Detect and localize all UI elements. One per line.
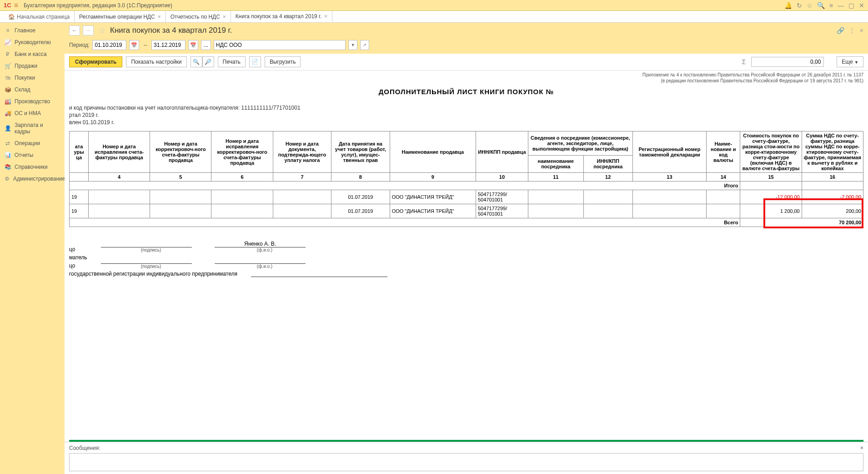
person-icon: 👤 [5,125,11,131]
sum-icon: Σ [742,58,746,66]
cell: 01.07.2019 [331,190,390,204]
form-button[interactable]: Сформировать [69,56,122,67]
period-select-button[interactable]: ... [201,40,211,50]
org-open-icon[interactable]: ↗ [360,40,369,50]
nav-label: Отчеты [15,152,33,158]
link-icon[interactable]: 🔗 [837,27,844,34]
cell: 200,00 [802,204,863,218]
itogo-row: Итого [70,182,863,190]
calendar-from-icon[interactable]: 📅 [129,40,139,50]
cell: -12 000,00 [740,190,802,204]
settings-button[interactable]: Показать настройки [126,56,186,67]
sig-name: Яненко А. В. [215,241,306,247]
date-from-input[interactable] [92,40,126,50]
nav-label: Зарплата и кадры [15,122,60,135]
nav-stock[interactable]: 📦Склад [0,84,65,96]
nav-admin[interactable]: ⚙Администрирование [0,173,65,185]
org-dropdown-icon[interactable]: ▼ [348,40,357,50]
more-button[interactable]: Еще ▼ [837,56,863,67]
col-num: 8 [331,173,390,182]
itogo-c15 [740,182,802,190]
meta-line-2: ртал 2019 г. [69,112,863,118]
col-num: 4 [89,173,150,182]
org-input[interactable] [214,40,346,50]
book-icon: 📚 [5,164,11,170]
col-header: Сумма НДС по счету-фактуре, разница сумм… [802,131,863,173]
sig-sub: (подпись) [101,264,201,269]
col-header: Наиме-нование и код валюты [707,131,740,173]
col-header: ИНН/КПП посредника [583,155,632,172]
nav-production[interactable]: 🏭Производство [0,96,65,107]
regulation-note-2: (в редакции постановления Правительства … [69,78,863,83]
print-button[interactable]: Печать [218,56,246,67]
save-pdf-icon[interactable]: 📄 [249,56,261,67]
tab-close-icon[interactable]: × [223,14,226,20]
forward-button[interactable]: → [83,25,94,35]
history-icon[interactable]: ↻ [797,2,802,9]
total-value: 70 200,00 [740,218,863,227]
nav-label: Администрирование [13,176,65,182]
messages-close-icon[interactable]: × [860,445,863,451]
cell: 1 200,00 [740,204,802,218]
sig-fio: (ф.и.о.) [215,264,315,269]
report-area[interactable]: Приложение № 4 к постановлению Правитель… [65,71,868,440]
minimize-icon[interactable]: — [838,2,844,9]
date-to-input[interactable] [151,40,186,50]
tab-2[interactable]: Отчетность по НДС × [166,11,231,22]
nav-os[interactable]: 🚚ОС и НМА [0,107,65,119]
report-table: ата уры ца Номер и дата исправления счет… [69,131,863,227]
nav-refs[interactable]: 📚Справочники [0,161,65,173]
back-button[interactable]: ← [69,25,80,35]
nav-operations[interactable]: ⇄Операции [0,137,65,149]
nav-sales[interactable]: 🛒Продажи [0,60,65,72]
tab-close-icon[interactable]: × [324,13,327,20]
maximize-icon[interactable]: ▢ [848,2,854,9]
cell: ООО "ДИНАСТИЯ ТРЕЙД" [390,190,476,204]
nav-label: Производство [15,98,50,105]
bell-icon[interactable]: 🔔 [784,2,792,9]
calendar-to-icon[interactable]: 📅 [188,40,198,50]
app-title: Бухгалтерия предприятия, редакция 3.0 (1… [24,2,784,9]
main-menu-icon[interactable]: ≡ [14,1,18,10]
zoom-in-icon[interactable]: 🔍 [191,56,202,67]
export-button[interactable]: Выгрузить [265,56,301,67]
close-window-icon[interactable]: ✕ [859,2,864,9]
cell: -2 000,00 [802,190,863,204]
nav-reports[interactable]: 📊Отчеты [0,149,65,161]
itogo-label: Итого [70,182,740,190]
menu-icon: ≡ [5,27,11,34]
messages-box[interactable] [69,453,863,471]
col-header: Номер и дата документа, подтвержда-ющего… [273,131,331,173]
col-num: 15 [740,173,802,182]
dash: – [144,42,147,48]
factory-icon: 🏭 [5,98,11,105]
nav-label: Склад [15,86,30,93]
tab-close-icon[interactable]: × [158,14,161,20]
favorite-icon[interactable]: ☆ [98,25,105,35]
tabs-bar: 🏠 Начальная страница Регламентные операц… [0,11,868,23]
ops-icon: ⇄ [5,140,11,146]
page-title: Книга покупок за 4 квартал 2019 г. [110,26,232,35]
col-header: Дата принятия на учет товаров (работ, ус… [331,131,390,173]
sum-field[interactable] [751,57,824,67]
search-icon[interactable]: 🔍 [817,2,825,9]
nav-salary[interactable]: 👤Зарплата и кадры [0,119,65,137]
nav-bank[interactable]: ₽Банк и касса [0,48,65,60]
home-tab[interactable]: 🏠 Начальная страница [4,11,75,22]
star-icon[interactable]: ☆ [807,2,813,9]
nav-purchases[interactable]: 🛍Покупки [0,72,65,84]
nav-main[interactable]: ≡Главное [0,25,65,36]
tab-3[interactable]: Книга покупок за 4 квартал 2019 г. × [231,11,333,22]
table-row: 19 01.07.2019 ООО "ДИНАСТИЯ ТРЕЙД" 50471… [70,204,863,218]
close-page-icon[interactable]: × [860,27,863,34]
col-num: 11 [528,173,583,182]
chart-icon: 📈 [5,39,11,45]
nav-label: Руководителю [15,39,51,45]
nav-manager[interactable]: 📈Руководителю [0,36,65,48]
more-icon[interactable]: ⋮ [849,27,855,34]
tab-1[interactable]: Регламентные операции НДС × [75,11,166,22]
zoom-out-icon[interactable]: 🔎 [202,56,214,67]
logo-1c: 1C [4,2,11,9]
list-icon[interactable]: ≡ [829,2,833,9]
gear-icon: ⚙ [5,176,10,182]
